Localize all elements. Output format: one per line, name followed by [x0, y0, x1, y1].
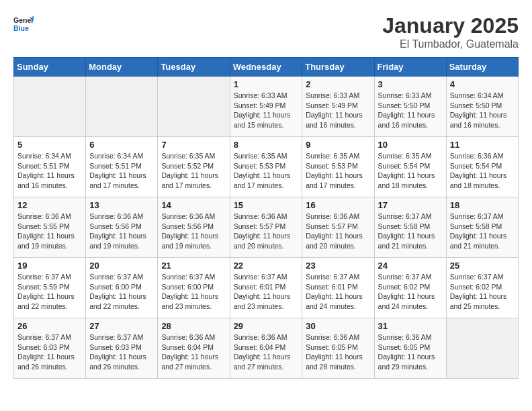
calendar-cell: 24Sunrise: 6:37 AMSunset: 6:02 PMDayligh…: [374, 258, 446, 318]
day-info: Sunrise: 6:36 AMSunset: 6:04 PMDaylight:…: [161, 332, 226, 372]
day-number: 12: [17, 200, 82, 210]
weekday-header-sunday: Sunday: [14, 58, 86, 77]
calendar-cell: 27Sunrise: 6:37 AMSunset: 6:03 PMDayligh…: [86, 318, 158, 379]
day-info: Sunrise: 6:36 AMSunset: 6:04 PMDaylight:…: [234, 332, 299, 372]
calendar-cell: [86, 77, 158, 137]
day-number: 17: [378, 200, 443, 210]
calendar-table: SundayMondayTuesdayWednesdayThursdayFrid…: [13, 57, 519, 379]
day-number: 22: [234, 261, 299, 271]
day-info: Sunrise: 6:37 AMSunset: 5:58 PMDaylight:…: [378, 212, 443, 251]
day-number: 31: [378, 321, 443, 331]
calendar-cell: 25Sunrise: 6:37 AMSunset: 6:02 PMDayligh…: [446, 258, 518, 318]
day-number: 6: [89, 140, 154, 150]
day-info: Sunrise: 6:33 AMSunset: 5:49 PMDaylight:…: [306, 91, 370, 130]
calendar-cell: 5Sunrise: 6:34 AMSunset: 5:51 PMDaylight…: [14, 137, 86, 197]
day-number: 3: [378, 79, 443, 89]
day-info: Sunrise: 6:36 AMSunset: 6:05 PMDaylight:…: [306, 332, 370, 372]
weekday-header-thursday: Thursday: [302, 58, 374, 77]
day-info: Sunrise: 6:36 AMSunset: 5:55 PMDaylight:…: [17, 212, 82, 251]
day-info: Sunrise: 6:37 AMSunset: 6:00 PMDaylight:…: [89, 272, 154, 312]
calendar-cell: 31Sunrise: 6:36 AMSunset: 6:05 PMDayligh…: [374, 318, 446, 379]
day-info: Sunrise: 6:35 AMSunset: 5:53 PMDaylight:…: [234, 151, 299, 191]
calendar-cell: 13Sunrise: 6:36 AMSunset: 5:56 PMDayligh…: [86, 197, 158, 258]
calendar-cell: 7Sunrise: 6:35 AMSunset: 5:52 PMDaylight…: [158, 137, 230, 197]
day-number: 26: [17, 321, 82, 331]
day-number: 8: [234, 140, 299, 150]
weekday-header-saturday: Saturday: [446, 58, 518, 77]
calendar-cell: 29Sunrise: 6:36 AMSunset: 6:04 PMDayligh…: [230, 318, 302, 379]
title-block: January 2025 El Tumbador, Guatemala: [382, 13, 519, 50]
calendar-week-5: 26Sunrise: 6:37 AMSunset: 6:03 PMDayligh…: [14, 318, 519, 379]
svg-text:Blue: Blue: [13, 24, 29, 32]
day-number: 10: [378, 140, 443, 150]
logo: General Blue: [13, 13, 34, 34]
calendar-cell: 6Sunrise: 6:34 AMSunset: 5:51 PMDaylight…: [86, 137, 158, 197]
svg-text:General: General: [13, 16, 34, 24]
day-info: Sunrise: 6:36 AMSunset: 5:54 PMDaylight:…: [450, 151, 515, 191]
day-number: 15: [234, 200, 299, 210]
day-info: Sunrise: 6:36 AMSunset: 5:57 PMDaylight:…: [234, 212, 299, 251]
day-info: Sunrise: 6:37 AMSunset: 6:01 PMDaylight:…: [306, 272, 370, 312]
calendar-cell: 8Sunrise: 6:35 AMSunset: 5:53 PMDaylight…: [230, 137, 302, 197]
day-info: Sunrise: 6:37 AMSunset: 6:02 PMDaylight:…: [450, 272, 515, 312]
calendar-cell: [14, 77, 86, 137]
day-info: Sunrise: 6:37 AMSunset: 6:03 PMDaylight:…: [89, 332, 154, 372]
weekday-header-wednesday: Wednesday: [230, 58, 302, 77]
day-info: Sunrise: 6:34 AMSunset: 5:51 PMDaylight:…: [17, 151, 82, 191]
calendar-cell: 1Sunrise: 6:33 AMSunset: 5:49 PMDaylight…: [230, 77, 302, 137]
day-info: Sunrise: 6:34 AMSunset: 5:50 PMDaylight:…: [450, 91, 515, 130]
day-info: Sunrise: 6:34 AMSunset: 5:51 PMDaylight:…: [89, 151, 154, 191]
calendar-cell: [446, 318, 518, 379]
day-info: Sunrise: 6:37 AMSunset: 5:58 PMDaylight:…: [450, 212, 515, 251]
day-number: 14: [161, 200, 226, 210]
day-info: Sunrise: 6:36 AMSunset: 6:05 PMDaylight:…: [378, 332, 443, 372]
calendar-week-4: 19Sunrise: 6:37 AMSunset: 5:59 PMDayligh…: [14, 258, 519, 318]
calendar-cell: 14Sunrise: 6:36 AMSunset: 5:56 PMDayligh…: [158, 197, 230, 258]
day-number: 25: [450, 261, 515, 271]
calendar-cell: 19Sunrise: 6:37 AMSunset: 5:59 PMDayligh…: [14, 258, 86, 318]
location-title: El Tumbador, Guatemala: [382, 38, 519, 50]
day-number: 7: [161, 140, 226, 150]
calendar-cell: 16Sunrise: 6:36 AMSunset: 5:57 PMDayligh…: [302, 197, 374, 258]
calendar-cell: 12Sunrise: 6:36 AMSunset: 5:55 PMDayligh…: [14, 197, 86, 258]
calendar-cell: 22Sunrise: 6:37 AMSunset: 6:01 PMDayligh…: [230, 258, 302, 318]
day-number: 11: [450, 140, 515, 150]
calendar-cell: 26Sunrise: 6:37 AMSunset: 6:03 PMDayligh…: [14, 318, 86, 379]
day-number: 27: [89, 321, 154, 331]
day-number: 16: [306, 200, 370, 210]
weekday-header-row: SundayMondayTuesdayWednesdayThursdayFrid…: [14, 58, 519, 77]
day-info: Sunrise: 6:37 AMSunset: 5:59 PMDaylight:…: [17, 272, 82, 312]
day-info: Sunrise: 6:33 AMSunset: 5:49 PMDaylight:…: [234, 91, 299, 130]
day-info: Sunrise: 6:37 AMSunset: 6:01 PMDaylight:…: [234, 272, 299, 312]
day-number: 21: [161, 261, 226, 271]
day-info: Sunrise: 6:37 AMSunset: 6:00 PMDaylight:…: [161, 272, 226, 312]
calendar-week-2: 5Sunrise: 6:34 AMSunset: 5:51 PMDaylight…: [14, 137, 519, 197]
calendar-cell: 11Sunrise: 6:36 AMSunset: 5:54 PMDayligh…: [446, 137, 518, 197]
day-info: Sunrise: 6:36 AMSunset: 5:56 PMDaylight:…: [89, 212, 154, 251]
calendar-cell: 3Sunrise: 6:33 AMSunset: 5:50 PMDaylight…: [374, 77, 446, 137]
calendar-cell: 10Sunrise: 6:35 AMSunset: 5:54 PMDayligh…: [374, 137, 446, 197]
day-number: 1: [234, 79, 299, 89]
calendar-cell: 18Sunrise: 6:37 AMSunset: 5:58 PMDayligh…: [446, 197, 518, 258]
day-info: Sunrise: 6:36 AMSunset: 5:56 PMDaylight:…: [161, 212, 226, 251]
day-number: 23: [306, 261, 370, 271]
day-info: Sunrise: 6:35 AMSunset: 5:52 PMDaylight:…: [161, 151, 226, 191]
day-info: Sunrise: 6:35 AMSunset: 5:54 PMDaylight:…: [378, 151, 443, 191]
weekday-header-monday: Monday: [86, 58, 158, 77]
month-title: January 2025: [382, 13, 519, 38]
calendar-cell: [158, 77, 230, 137]
day-number: 30: [306, 321, 370, 331]
calendar-week-3: 12Sunrise: 6:36 AMSunset: 5:55 PMDayligh…: [14, 197, 519, 258]
calendar-cell: 15Sunrise: 6:36 AMSunset: 5:57 PMDayligh…: [230, 197, 302, 258]
day-number: 19: [17, 261, 82, 271]
calendar-cell: 30Sunrise: 6:36 AMSunset: 6:05 PMDayligh…: [302, 318, 374, 379]
day-number: 9: [306, 140, 370, 150]
calendar-cell: 9Sunrise: 6:35 AMSunset: 5:53 PMDaylight…: [302, 137, 374, 197]
day-number: 20: [89, 261, 154, 271]
day-number: 2: [306, 79, 370, 89]
day-number: 4: [450, 79, 515, 89]
day-info: Sunrise: 6:36 AMSunset: 5:57 PMDaylight:…: [306, 212, 370, 251]
day-number: 24: [378, 261, 443, 271]
day-number: 5: [17, 140, 82, 150]
calendar-cell: 21Sunrise: 6:37 AMSunset: 6:00 PMDayligh…: [158, 258, 230, 318]
